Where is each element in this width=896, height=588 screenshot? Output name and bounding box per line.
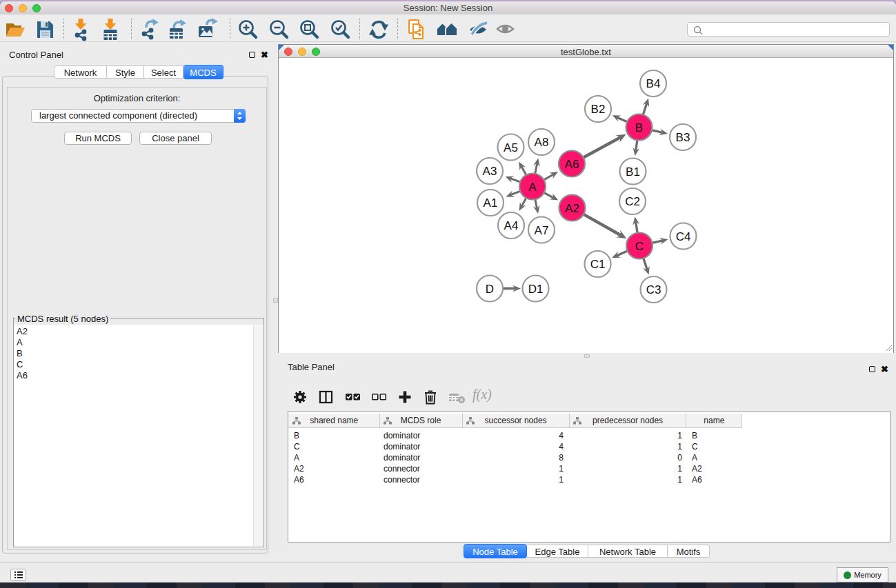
svg-text:C1: C1 (590, 258, 606, 271)
svg-text:B: B (635, 121, 643, 134)
svg-text:A8: A8 (535, 136, 549, 149)
svg-text:C2: C2 (625, 195, 640, 208)
svg-text:D1: D1 (528, 283, 544, 296)
svg-text:C3: C3 (646, 283, 661, 296)
svg-text:D: D (486, 283, 494, 296)
svg-text:A4: A4 (504, 219, 519, 232)
svg-text:B4: B4 (646, 77, 661, 90)
svg-text:C: C (635, 240, 644, 253)
svg-text:A5: A5 (504, 141, 518, 154)
svg-text:A7: A7 (535, 224, 549, 237)
svg-text:A6: A6 (565, 158, 579, 171)
svg-text:C4: C4 (676, 230, 691, 243)
svg-text:A1: A1 (484, 196, 498, 210)
svg-text:B2: B2 (591, 103, 606, 116)
svg-text:A2: A2 (565, 202, 579, 215)
svg-text:B1: B1 (626, 165, 640, 179)
svg-text:B3: B3 (676, 131, 690, 144)
svg-text:A3: A3 (483, 165, 497, 178)
svg-text:A: A (528, 181, 537, 194)
